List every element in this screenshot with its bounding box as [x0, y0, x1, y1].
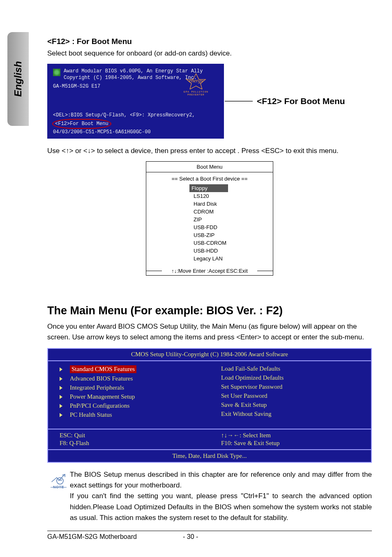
- cmos-menu-label: PnP/PCI Configurations: [70, 402, 129, 409]
- triangle-icon: [60, 395, 62, 399]
- cmos-menu-label: Integrated Peripherals: [70, 384, 124, 391]
- main-menu-heading: The Main Menu (For example: BIOS Ver. : …: [47, 304, 372, 317]
- boot-menu-item: LS120: [191, 192, 211, 200]
- cmos-menu-item: Standard CMOS Features: [60, 364, 201, 374]
- award-logo-icon: [53, 69, 60, 76]
- boot-menu-subtitle: == Select a Boot First device ==: [146, 176, 273, 182]
- boot-menu-item: Hard Disk: [191, 200, 219, 208]
- svg-text:energy: energy: [189, 77, 203, 84]
- cmos-menu-label: Save & Exit Setup: [221, 402, 267, 408]
- cmos-menu-item: PC Health Status: [60, 411, 201, 420]
- boot-menu-item: USB-ZIP: [191, 231, 217, 239]
- note-paragraph: The BIOS Setup menus described in this c…: [70, 469, 372, 491]
- note-icon-wrap: NOTE: [47, 469, 70, 524]
- cmos-menu-label: Set User Password: [221, 392, 267, 399]
- cmos-menu-label: Load Optimized Defaults: [221, 374, 284, 381]
- cmos-menu-label: Power Management Setup: [70, 393, 135, 400]
- footer-rule: [47, 531, 372, 531]
- cmos-title: CMOS Setup Utility-Copyright (C) 1984-20…: [48, 349, 371, 361]
- cmos-menu-item: Save & Exit Setup: [221, 401, 363, 410]
- boot-menu-item: USB-FDD: [191, 223, 219, 231]
- bios-post-date: 04/03/2006-C51-MCP51-6A61HG0GC-00: [53, 129, 218, 135]
- main-menu-intro: Once you enter Award BIOS CMOS Setup Uti…: [47, 321, 372, 343]
- cmos-menu-label: Standard CMOS Features: [70, 365, 136, 373]
- cmos-menu-item: Load Fail-Safe Defaults: [221, 364, 363, 374]
- boot-menu-item: Legacy LAN: [191, 255, 225, 262]
- cmos-menu-label: Set Supervisor Password: [221, 383, 282, 390]
- triangle-icon: [60, 377, 62, 381]
- cmos-menu-label: Load Fail-Safe Defaults: [221, 365, 280, 372]
- cmos-footer-f8: F8: Q-Flash: [60, 439, 210, 447]
- cmos-menu-label: PC Health Status: [70, 411, 112, 418]
- language-tab: English: [7, 32, 29, 126]
- cmos-menu-label: Exit Without Saving: [221, 411, 271, 418]
- cmos-menu-item: Set User Password: [221, 392, 363, 401]
- section-f12-title: <F12> : For Boot Menu: [47, 37, 372, 46]
- energy-star-icon: energy: [182, 73, 210, 89]
- language-tab-label: English: [12, 61, 24, 97]
- triangle-icon: [60, 386, 62, 390]
- note-hand-icon: [50, 471, 67, 486]
- cmos-footer-f10: F10: Save & Exit Setup: [221, 439, 371, 447]
- callout-connector: [225, 101, 253, 102]
- cmos-menu-label: Advanced BIOS Features: [70, 375, 133, 382]
- boot-menu-item: USB-HDD: [191, 247, 220, 255]
- boot-menu-title: Boot Menu: [146, 162, 273, 172]
- note-block: NOTE The BIOS Setup menus described in t…: [47, 469, 372, 524]
- cmos-menu-item: Integrated Peripherals: [60, 383, 201, 392]
- boot-menu-box: Boot Menu == Select a Boot First device …: [146, 161, 273, 276]
- cmos-help-text: Time, Date, Hard Disk Type...: [48, 450, 371, 462]
- cmos-menu-item: PnP/PCI Configurations: [60, 402, 201, 411]
- f12-callout-label: <F12> For Boot Menu: [257, 96, 345, 106]
- boot-menu-item: CDROM: [191, 208, 216, 216]
- bios-post-screenshot: Award Modular BIOS v6.00PG, An Energy St…: [47, 64, 224, 139]
- triangle-icon: [60, 367, 62, 371]
- energy-star-subtitle: EPA POLLUTION PREVENTER: [175, 91, 217, 96]
- cmos-menu-item: Load Optimized Defaults: [221, 374, 363, 383]
- triangle-icon: [60, 404, 62, 408]
- section-f12-intro: Select boot sequence for onboard (or add…: [47, 49, 372, 58]
- svg-point-3: [61, 479, 62, 480]
- triangle-icon: [60, 413, 62, 417]
- cmos-menu-item: Exit Without Saving: [221, 410, 363, 419]
- bios-post-bottom-pre: <DEL>:BIOS Setup/Q-Flash, <F9>: XpressRe…: [53, 112, 195, 118]
- svg-point-2: [58, 479, 59, 480]
- footer-board-name: GA-M51GM-S2G Motherboard: [47, 533, 183, 541]
- svg-point-1: [57, 478, 63, 484]
- footer-page-number: - 30 -: [183, 533, 198, 541]
- note-text: The BIOS Setup menus described in this c…: [70, 469, 372, 524]
- note-label: NOTE: [47, 485, 70, 489]
- cmos-footer-esc: ESC: Quit: [60, 432, 210, 439]
- boot-menu-instruction: Use <↑> or <↓> to select a device, then …: [47, 147, 372, 155]
- energy-star-badge: energy EPA POLLUTION PREVENTER: [175, 73, 217, 96]
- cmos-right-column: Load Fail-Safe DefaultsLoad Optimized De…: [210, 364, 371, 420]
- page-footer: GA-M51GM-S2G Motherboard - 30 -: [47, 531, 372, 541]
- boot-menu-item: Floppy: [189, 184, 228, 192]
- cmos-setup-screenshot: CMOS Setup Utility-Copyright (C) 1984-20…: [47, 348, 372, 463]
- cmos-menu-item: Power Management Setup: [60, 392, 201, 402]
- bios-post-footer: <DEL>:BIOS Setup/Q-Flash, <F9>: XpressRe…: [53, 112, 218, 135]
- cmos-menu-item: Advanced BIOS Features: [60, 374, 201, 383]
- boot-menu-hint: ↑↓:Move Enter :Accept ESC:Exit: [146, 266, 273, 275]
- boot-menu-item: USB-CDROM: [191, 239, 228, 247]
- cmos-menu-item: Set Supervisor Password: [221, 383, 363, 392]
- f12-highlight: <F12>For Boot Menu: [52, 119, 111, 129]
- cmos-left-column: Standard CMOS FeaturesAdvanced BIOS Feat…: [48, 364, 210, 420]
- bios-post-wrap: Award Modular BIOS v6.00PG, An Energy St…: [47, 64, 372, 139]
- cmos-footer: ESC: Quit F8: Q-Flash ↑↓→←: Select Item …: [48, 429, 371, 450]
- note-paragraph: If you can't find the setting you want, …: [70, 491, 372, 523]
- boot-menu-list: FloppyLS120Hard DiskCDROMZIPUSB-FDDUSB-Z…: [146, 184, 273, 262]
- cmos-footer-arrows: ↑↓→←: Select Item: [221, 432, 371, 439]
- boot-menu-item: ZIP: [191, 216, 204, 223]
- page-content: <F12> : For Boot Menu Select boot sequen…: [47, 37, 372, 523]
